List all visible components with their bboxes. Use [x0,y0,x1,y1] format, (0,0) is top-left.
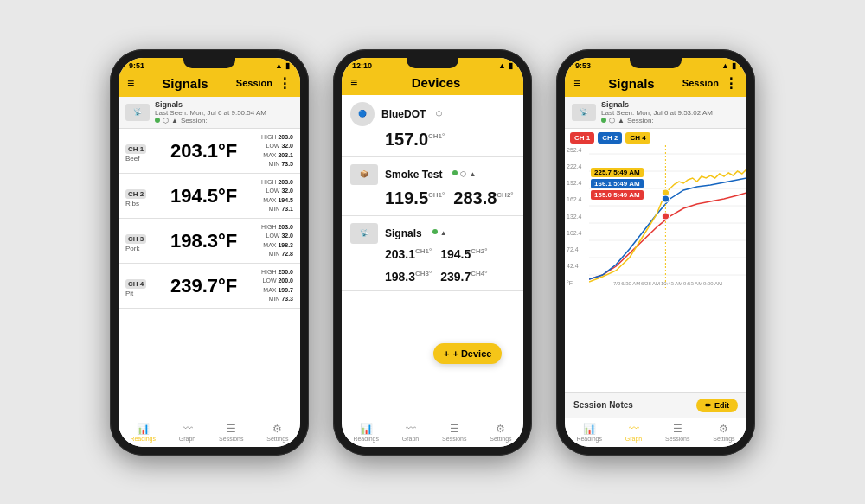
ch4-badge: CH 4 [125,279,146,289]
bottom-nav-1: 📊 Readings 〰 Graph ☰ Sessions ⚙ Settings [119,418,300,447]
tooltip-ch1: 166.1 5:49 AM [591,179,644,188]
device-status-icons-1: ⬡ ▲ Session: [155,117,293,124]
smoke-thumb: 📦 [350,164,378,185]
legend-ch4[interactable]: CH 4 [625,132,650,144]
add-device-button[interactable]: + + Device [433,343,502,364]
channel-row-2[interactable]: CH 2 Ribs 194.5°F HIGH 203.0 LOW 32.0 MA… [119,174,300,219]
device-sub-1: Last Seen: Mon, Jul 6 at 9:50:54 AM [155,109,293,117]
status-icons-1: ▲ ▮ [275,61,290,70]
device-info-1: Signals Last Seen: Mon, Jul 6 at 9:50:54… [155,100,293,124]
hamburger-icon-3[interactable]: ≡ [573,76,580,90]
nav-title-3: Signals [608,76,654,91]
readings-label-2: Readings [353,436,379,442]
nav-settings-1[interactable]: ⚙ Settings [266,423,288,442]
nav-left-2: ≡ [350,75,357,89]
signals2-wifi-icon: ▲ [440,229,447,237]
signals2-name: Signals [385,227,422,239]
nav-sessions-1[interactable]: ☰ Sessions [219,423,243,442]
nav-graph-3[interactable]: 〰 Graph [625,423,642,442]
nav-bar-2: ≡ Devices [342,72,523,95]
session-notes-bar: Session Notes ✏ Edit [565,392,746,418]
channel-row-4[interactable]: CH 4 Pit 239.7°F HIGH 250.0 LOW 200.0 MA… [119,264,300,309]
status-bar-3: 9:53 ▲ ▮ [565,58,746,72]
svg-point-10 [662,195,669,202]
smoke-header: 📦 Smoke Test ⬡ ▲ [350,164,515,185]
sessions-icon-3: ☰ [673,423,682,435]
bottom-nav-2: 📊 Readings 〰 Graph ☰ Sessions ⚙ Settings [342,418,523,447]
hamburger-icon-1[interactable]: ≡ [127,76,134,90]
x-axis-labels: 7/2 6/30 AM 6/28 AM 10:43 AM 9:53 AM 9:0… [589,280,746,286]
legend-ch2[interactable]: CH 2 [598,132,622,144]
device-card-signals[interactable]: 📡 Signals ▲ 203.1CH1° 194.5CH2° 198.3CH3… [342,216,523,291]
graph-icon-2: 〰 [406,423,416,435]
sessions-label-2: Sessions [442,436,466,442]
ch4-stats: HIGH 250.0 LOW 200.0 MAX 199.7 MIN 73.3 [261,268,293,304]
nav-dots-1[interactable]: ⋮ [278,75,292,92]
ch3-label-col: CH 3 Pork [125,229,170,252]
nav-readings-3[interactable]: 📊 Readings [576,423,602,442]
graph-area: CH 1 CH 2 CH 4 225.7 5:49 AM 166.1 5:49 … [565,129,746,392]
smoke-status-icons: ⬡ ▲ [452,170,476,178]
signals2-thumb: 📡 [350,223,378,244]
ch4-name: Pit [125,290,170,297]
settings-label-2: Settings [490,436,511,442]
svg-point-11 [662,213,669,220]
nav-readings-1[interactable]: 📊 Readings [130,423,156,442]
legend-ch1[interactable]: CH 1 [570,132,594,144]
ch2-badge: CH 2 [125,189,146,199]
phone-1-screen: 9:51 ▲ ▮ ≡ Signals Session ⋮ 📡 [119,58,300,447]
hamburger-icon-2[interactable]: ≡ [350,75,357,89]
status-icons-2: ▲ ▮ [498,61,513,70]
device-name-3: Signals [601,100,740,109]
smoke-battery-dot [452,170,458,175]
readings-icon-1: 📊 [137,423,150,435]
ch1-stats: HIGH 203.0 LOW 32.0 MAX 203.1 MIN 73.5 [261,133,293,169]
edit-icon: ✏ [705,401,712,410]
signals2-temp2: 194.5CH2° [440,247,487,261]
battery-icon: ▮ [285,61,290,70]
device-card-bluedot[interactable]: 🔵 BlueDOT ⬡ 157.0CH1° [342,95,523,157]
nav-right-3: Session ⋮ [682,75,738,92]
bluedot-thumb: 🔵 [350,102,375,126]
sessions-icon-1: ☰ [227,423,236,435]
readings-icon-2: 📊 [360,423,373,435]
ch4-label-col: CH 4 Pit [125,274,170,297]
smoke-temp2: 283.8CH2° [453,188,513,208]
graph-label-3: Graph [625,436,642,442]
ch1-label-col: CH 1 Beef [125,139,170,163]
readings-list-1: CH 1 Beef 203.1°F HIGH 203.0 LOW 32.0 MA… [119,129,300,418]
nav-sessions-2[interactable]: ☰ Sessions [442,423,466,442]
graph-label-1: Graph [179,436,195,442]
ch3-name: Pork [125,245,170,252]
nav-settings-3[interactable]: ⚙ Settings [713,423,734,442]
device-card-smoke[interactable]: 📦 Smoke Test ⬡ ▲ 119.5CH1° 283.8CH2° [342,157,523,216]
nav-sessions-3[interactable]: ☰ Sessions [665,423,689,442]
add-device-icon: + [444,348,449,359]
signals2-temp3: 198.3CH3° [385,270,432,284]
nav-readings-2[interactable]: 📊 Readings [353,423,379,442]
nav-dots-3[interactable]: ⋮ [724,75,738,92]
device-icon-1: 📡 [125,104,150,121]
status-bar-1: 9:51 ▲ ▮ [119,58,300,72]
ch1-badge: CH 1 [125,144,146,154]
ch2-label-col: CH 2 Ribs [125,184,170,207]
nav-settings-2[interactable]: ⚙ Settings [490,423,511,442]
edit-button[interactable]: ✏ Edit [696,399,738,412]
status-time-1: 9:51 [129,61,144,70]
tooltip-ch2: 225.7 5:49 AM [591,168,644,177]
readings-label-3: Readings [576,436,602,442]
nav-session-3: Session [682,78,719,88]
smoke-name: Smoke Test [385,169,442,181]
nav-graph-2[interactable]: 〰 Graph [402,423,419,442]
ch2-name: Ribs [125,200,170,207]
wifi-status-icon-3: ▲ [618,117,625,124]
nav-graph-1[interactable]: 〰 Graph [179,423,195,442]
bluedot-name: BlueDOT [381,108,426,120]
bluedot-status-icons: ⬡ [436,110,442,118]
wifi-icon-3: ▲ [721,61,729,70]
y-axis-labels: 252.4 222.4 192.4 162.4 132.4 102.4 72.4… [565,145,589,288]
channel-row-3[interactable]: CH 3 Pork 198.3°F HIGH 203.0 LOW 32.0 MA… [119,219,300,264]
channel-row-1[interactable]: CH 1 Beef 203.1°F HIGH 203.0 LOW 32.0 MA… [119,129,300,174]
readings-label-1: Readings [130,436,156,442]
nav-title-2: Devices [412,75,461,90]
